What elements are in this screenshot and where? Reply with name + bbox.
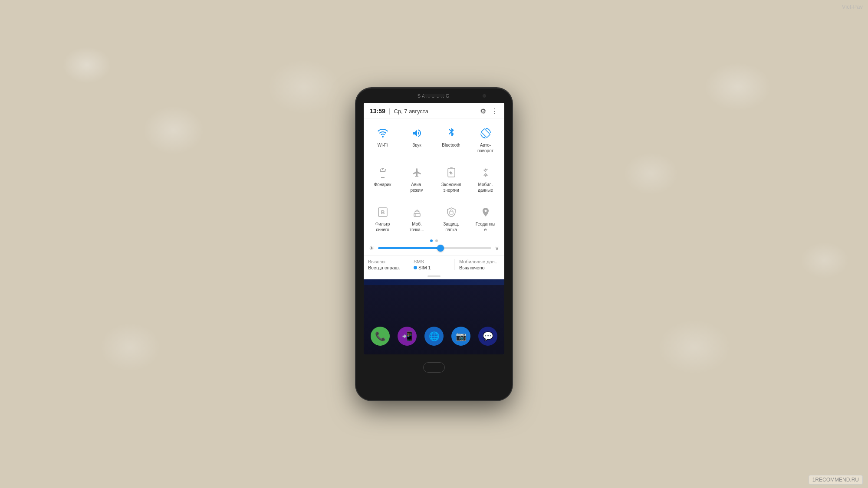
dock-app-browser[interactable]: 🌐 xyxy=(424,327,444,346)
tile-wifi-label: Wi-Fi xyxy=(378,142,388,148)
dock-app-viber[interactable]: 📲 xyxy=(398,327,417,346)
notif-header: 13:59 | Ср, 7 августа ⚙ ⋮ xyxy=(364,103,504,118)
tile-flashlight[interactable]: Фонарик xyxy=(365,161,400,196)
tile-battery-save[interactable]: Экономияэнергии xyxy=(434,161,468,196)
tile-secure-folder-label: Защищ.папка xyxy=(443,221,459,233)
tiles-row-2: Фонарик Авиа-режим xyxy=(364,158,504,197)
brightness-row: ☀ ∨ xyxy=(364,244,504,255)
status-date: Ср, 7 августа xyxy=(394,108,428,115)
phone-screen: 13:59 | Ср, 7 августа ⚙ ⋮ xyxy=(364,103,504,354)
svg-point-6 xyxy=(417,210,418,210)
tile-location[interactable]: Геоданные xyxy=(468,201,503,235)
sim-mobile-data: Мобильные дан... Выключено xyxy=(454,259,500,270)
dot-1 xyxy=(430,239,433,242)
phone-speaker xyxy=(423,94,445,97)
tile-bluetooth[interactable]: Bluetooth xyxy=(434,122,468,156)
phone-shell: SAMSUNG 13:59 | Ср, 7 августа ⚙ ⋮ xyxy=(356,88,512,400)
brightness-icon: ☀ xyxy=(369,245,375,252)
tile-blue-filter[interactable]: B Фильтрсинего xyxy=(365,201,400,235)
watermark-top-right: Vict-Pav xyxy=(842,3,863,10)
wifi-icon xyxy=(375,125,391,141)
sim-calls: Вызовы Всегда спраш. xyxy=(368,259,409,270)
sim-mobile-data-label: Мобильные дан... xyxy=(459,259,500,264)
status-time: 13:59 xyxy=(370,108,385,115)
home-button[interactable] xyxy=(423,362,445,373)
tile-location-label: Геоданные xyxy=(476,221,495,233)
brightness-thumb[interactable] xyxy=(437,245,444,252)
location-icon xyxy=(478,204,493,220)
tile-sound-label: Звук xyxy=(412,142,421,148)
airplane-icon xyxy=(409,165,425,180)
sound-icon xyxy=(409,125,425,141)
svg-rect-7 xyxy=(450,211,453,214)
flashlight-icon xyxy=(375,165,391,180)
svg-rect-4 xyxy=(414,213,420,216)
phone-bottom xyxy=(356,354,512,376)
dock-app-messages[interactable]: 💬 xyxy=(478,327,497,346)
dock-apps: 📞 📲 🌐 📷 💬 xyxy=(371,327,497,346)
bluetooth-icon xyxy=(444,125,459,141)
secure-folder-icon xyxy=(444,204,459,220)
rotation-icon xyxy=(478,125,493,141)
tile-battery-save-label: Экономияэнергии xyxy=(441,182,461,193)
tile-mobile-data-label: Мобил.данные xyxy=(478,182,493,193)
more-options-icon[interactable]: ⋮ xyxy=(491,107,498,115)
time-divider: | xyxy=(389,108,391,115)
sim-sms-value: SIM 1 xyxy=(414,265,454,270)
panel-handle[interactable] xyxy=(427,275,441,277)
tile-flashlight-label: Фонарик xyxy=(374,182,391,187)
dock-app-camera[interactable]: 📷 xyxy=(451,327,470,346)
sim-mobile-data-value: Выключено xyxy=(459,265,500,270)
sim-dot-indicator xyxy=(414,266,417,269)
front-camera xyxy=(483,94,486,98)
mobile-data-icon xyxy=(478,165,493,180)
tile-bluetooth-label: Bluetooth xyxy=(442,142,460,148)
tiles-row-3: B Фильтрсинего xyxy=(364,197,504,237)
tile-wifi[interactable]: Wi-Fi xyxy=(365,122,400,156)
svg-text:B: B xyxy=(381,210,385,216)
tile-hotspot[interactable]: Моб.точка... xyxy=(400,201,434,235)
sim-sms: SMS SIM 1 xyxy=(409,259,454,270)
settings-icon[interactable]: ⚙ xyxy=(480,107,486,115)
tile-airplane[interactable]: Авиа-режим xyxy=(400,161,434,196)
tiles-row-1: Wi-Fi Звук xyxy=(364,118,504,158)
tile-mobile-data[interactable]: Мобил.данные xyxy=(468,161,503,196)
tile-sound[interactable]: Звук xyxy=(400,122,434,156)
tile-blue-filter-label: Фильтрсинего xyxy=(375,221,390,233)
brightness-expand-icon[interactable]: ∨ xyxy=(495,245,499,252)
sim-calls-value: Всегда спраш. xyxy=(368,265,409,270)
tile-hotspot-label: Моб.точка... xyxy=(410,221,424,233)
notif-header-icons: ⚙ ⋮ xyxy=(480,107,498,115)
sim-calls-label: Вызовы xyxy=(368,259,409,264)
sim-row: Вызовы Всегда спраш. SMS SIM 1 Мобильные… xyxy=(364,255,504,274)
phone-top-bar: SAMSUNG xyxy=(356,88,512,98)
blue-filter-icon: B xyxy=(375,204,391,220)
tile-airplane-label: Авиа-режим xyxy=(410,182,423,193)
sim-sms-label: SMS xyxy=(414,259,454,264)
app-dock-area: 📞 📲 🌐 📷 💬 xyxy=(364,285,504,354)
tile-rotation-label: Авто-поворот xyxy=(477,142,493,154)
hotspot-icon xyxy=(409,204,425,220)
tile-rotation[interactable]: Авто-поворот xyxy=(468,122,503,156)
brightness-slider[interactable] xyxy=(378,247,491,249)
watermark-bottom-right: 1RECOMMEND.RU xyxy=(809,475,863,485)
battery-save-icon xyxy=(444,165,459,180)
dock-app-phone[interactable]: 📞 xyxy=(371,327,390,346)
tile-secure-folder[interactable]: Защищ.папка xyxy=(434,201,468,235)
notif-time-date: 13:59 | Ср, 7 августа xyxy=(370,108,428,115)
notification-panel: 13:59 | Ср, 7 августа ⚙ ⋮ xyxy=(364,103,504,279)
dot-2 xyxy=(435,239,438,242)
page-dots xyxy=(364,237,504,244)
